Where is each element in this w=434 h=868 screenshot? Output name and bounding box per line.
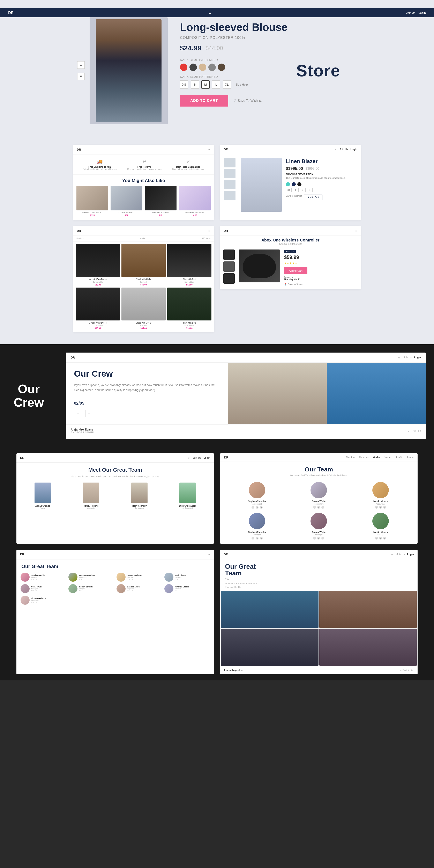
gtd-back-button[interactable]: ← Back to list <box>400 669 413 672</box>
gtd-login[interactable]: Login <box>407 553 414 556</box>
great-team-menu-icon[interactable]: ≡ <box>208 553 210 556</box>
sm-fb-6[interactable]: f <box>375 537 378 539</box>
social-instagram[interactable]: ⓘ <box>413 430 416 433</box>
crew-image-1 <box>228 363 327 424</box>
nav-company[interactable]: Company <box>359 456 369 459</box>
our-team-nav: DR About us Company Works Contact Join U… <box>220 453 418 462</box>
crew-join[interactable]: Join Us <box>403 356 411 359</box>
blazer-login[interactable]: Login <box>350 148 357 151</box>
crew-next-arrow[interactable]: → <box>86 410 93 417</box>
card-menu-icon[interactable]: ≡ <box>208 148 210 151</box>
sm-li-5[interactable]: in <box>317 537 320 539</box>
product-thumb-1[interactable]: ADIDAS ULTRA BOOST $125 <box>76 186 108 217</box>
blazer-wishlist-button[interactable]: Save to Wishlist <box>286 194 302 200</box>
gtd-filter-icon[interactable]: ⊟ <box>391 553 393 556</box>
sm-li-4[interactable]: in <box>256 537 259 539</box>
blazer-thumb-4[interactable] <box>224 191 235 200</box>
sm-be-2[interactable]: b <box>322 506 324 509</box>
blazer-cart-button[interactable]: Add to Cart <box>304 194 323 200</box>
size-xl[interactable]: XL <box>223 81 231 89</box>
color-swatch-darkbrown[interactable] <box>218 64 225 71</box>
color-swatch-red[interactable] <box>180 64 188 71</box>
action-row: Add To Cart ♡ Save To Wishlist <box>180 95 332 106</box>
color-swatch-gray[interactable] <box>208 64 216 71</box>
sm-be-1[interactable]: b <box>260 506 263 509</box>
social-behance[interactable]: Bē <box>418 430 421 433</box>
nav-menu-icon[interactable]: ≡ <box>209 10 211 15</box>
blazer-price: $1995.00 <box>286 166 303 171</box>
join-us-link[interactable]: Join Us <box>406 11 415 14</box>
sm-fb-5[interactable]: f <box>313 537 316 539</box>
xbox-menu-icon[interactable]: ≡ <box>355 229 357 232</box>
blazer-color-black[interactable] <box>297 182 301 186</box>
blazer-size-h[interactable]: H <box>307 188 312 192</box>
next-arrow[interactable]: ▼ <box>77 73 85 80</box>
sm-li-6[interactable]: in <box>379 537 382 539</box>
fashion-item-5[interactable]: Dress with Collar Bold look $35.00 <box>122 287 166 330</box>
blazer-size-m[interactable]: M <box>300 188 306 192</box>
product-thumb-3[interactable]: NIKE SPORTS BRA $45 <box>145 186 176 217</box>
save-wishlist-button[interactable]: ♡ Save To Wishlist <box>233 99 262 103</box>
fashion-menu-icon[interactable]: ≡ <box>208 229 210 232</box>
fashion-name-6: Shirt with Belt <box>167 322 211 324</box>
meet-login[interactable]: Login <box>203 457 210 459</box>
sm-li-1[interactable]: in <box>256 506 259 509</box>
sm-be-4[interactable]: b <box>260 537 263 539</box>
size-m[interactable]: M <box>201 81 210 89</box>
size-help-link[interactable]: Size Help <box>235 83 248 86</box>
fashion-item-1[interactable]: V-neck Wrap Dress Comfortable $89.99 <box>76 244 120 286</box>
blazer-size-s[interactable]: S <box>293 188 299 192</box>
fashion-item-3[interactable]: Shirt with Belt New edition $82.00 <box>167 244 211 286</box>
sm-li-2[interactable]: in <box>317 506 320 509</box>
size-xs[interactable]: XS <box>180 81 188 89</box>
color-swatch-darkgray[interactable] <box>190 64 197 71</box>
social-google[interactable]: G+ <box>408 430 411 433</box>
add-to-cart-button[interactable]: Add To Cart <box>180 95 228 106</box>
sm-be-5[interactable]: b <box>322 537 324 539</box>
crew-filter-icon[interactable]: ⊟ <box>398 356 400 359</box>
blazer-thumb-2[interactable] <box>224 169 235 178</box>
fashion-item-2[interactable]: Check with Collar Bold look $35.00 <box>122 244 166 286</box>
prev-arrow[interactable]: ▲ <box>77 61 85 69</box>
xbox-thumb-1[interactable] <box>223 249 235 260</box>
nav-join[interactable]: Join Us <box>396 456 403 459</box>
crew-prev-arrow[interactable]: ← <box>74 410 81 417</box>
blazer-color-teal[interactable] <box>286 182 290 186</box>
save-shares-label[interactable]: Save to Shares <box>288 283 303 285</box>
xbox-thumb-2[interactable] <box>223 261 235 272</box>
xbox-add-to-cart-button[interactable]: Add to Cart <box>284 267 307 274</box>
crew-login[interactable]: Login <box>414 356 421 359</box>
sm-be-3[interactable]: b <box>383 506 386 509</box>
sm-fb-2[interactable]: f <box>313 506 316 509</box>
blazer-color-navy[interactable] <box>292 182 296 186</box>
fashion-item-4[interactable]: V-neck Wrap Dress Comfortable $88.99 <box>76 287 120 330</box>
blazer-size-xs[interactable]: XS <box>286 188 292 192</box>
product-thumb-2[interactable]: ADIDAS RUNNING $89 <box>110 186 142 217</box>
xbox-thumb-3[interactable] <box>223 273 235 284</box>
nav-works[interactable]: Works <box>373 456 379 459</box>
sm-be-6[interactable]: b <box>383 537 386 539</box>
fashion-detail-3: New edition <box>167 281 211 283</box>
sm-li-3[interactable]: in <box>379 506 382 509</box>
sm-fb-4[interactable]: f <box>252 537 255 539</box>
product-thumb-4[interactable]: WOMEN'S TRAINERS $105 <box>179 186 211 217</box>
gtd-join[interactable]: Join Us <box>396 553 405 556</box>
blazer-thumb-3[interactable] <box>224 180 235 189</box>
nav-contact[interactable]: Contact <box>383 456 392 459</box>
login-link[interactable]: Login <box>419 11 426 14</box>
sm-fb-1[interactable]: f <box>252 506 255 509</box>
blazer-thumb-1[interactable] <box>224 158 235 167</box>
nav-login[interactable]: Login <box>407 456 413 459</box>
size-l[interactable]: L <box>212 81 220 89</box>
blazer-join[interactable]: Join Us <box>340 148 348 151</box>
fashion-item-6[interactable]: Shirt with Belt New edition $26.00 <box>167 287 211 330</box>
nav-about[interactable]: About us <box>346 456 355 459</box>
filter-icon[interactable]: ⊟ <box>335 148 336 151</box>
color-swatch-beige[interactable] <box>199 64 206 71</box>
meet-join[interactable]: Join Us <box>193 457 201 459</box>
sm-fb-3[interactable]: f <box>375 506 378 509</box>
size-s[interactable]: S <box>191 81 199 89</box>
gt-member-7: Daniel Ramirez Engineer f ◦ G ◦ b <box>116 584 162 593</box>
social-facebook[interactable]: f <box>405 430 405 433</box>
meet-filter-icon[interactable]: ⊟ <box>188 457 190 459</box>
